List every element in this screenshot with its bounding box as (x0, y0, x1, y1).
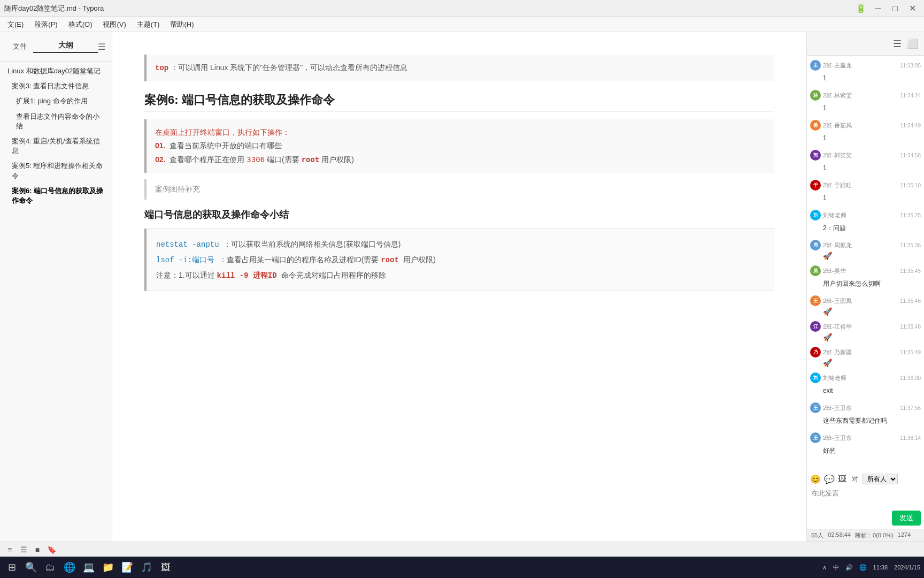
avatar-4: 郭 (810, 150, 821, 161)
taskbar-start[interactable]: ⊞ (2, 558, 21, 577)
status-icons: ≡ ☰ ■ 🔖 (4, 544, 57, 555)
title-bar: 随库day02随堂笔记.md - Typora 🔋 ─ □ ✕ (0, 0, 924, 17)
avatar-2: 林 (810, 90, 821, 101)
image-icon[interactable]: 🖼 (838, 474, 846, 484)
username-5: 2班-于跟旺 (823, 181, 852, 189)
msg-text-12: exit (810, 384, 921, 397)
taskbar-time: 11:38 (872, 564, 890, 571)
taskbar-notify-icon[interactable]: ∧ (821, 564, 828, 571)
send-button[interactable]: 发送 (892, 511, 921, 526)
chat-input[interactable] (810, 486, 921, 507)
chat-toolbar: 😊 💬 🖼 对 所有人 (810, 471, 921, 486)
chat-user-1: 主 2班-主赢龙 11:33:05 (810, 60, 921, 71)
outline-item-1[interactable]: 案例3: 查看日志文件信息 (0, 79, 112, 94)
outline-item-0[interactable]: Linux 和数据库day02随堂笔记 (0, 64, 112, 79)
taskbar-browser[interactable]: 🌐 (60, 558, 79, 577)
username-14: 2班-王卫东 (823, 434, 852, 442)
chat-panel: ☰ ⬜ 主 2班-主赢龙 11:33:05 1 林 2班-林紫雯 11:34:2… (806, 32, 924, 542)
app1-icon: 🎵 (141, 561, 152, 573)
chat-msg-12: 刘 刘铭老师 11:36:00 exit (810, 372, 921, 397)
app2-icon: 🖼 (161, 562, 171, 573)
taskbar-pc[interactable]: 💻 (79, 558, 98, 577)
time-14: 11:38:14 (900, 435, 921, 441)
taskbar-search[interactable]: 🔍 (21, 558, 41, 577)
minimize-button[interactable]: ─ (871, 3, 886, 14)
msg-text-1: 1 (810, 72, 921, 85)
editor-area[interactable]: top ：可以调用 Linux 系统下的"任务管理器"，可以动态查看所有的进程信… (112, 32, 806, 542)
menu-file[interactable]: 文(E) (2, 19, 29, 31)
username-9: 2班-王圆凤 (823, 297, 852, 305)
avatar-13: 王 (810, 402, 821, 413)
top-command-infobox: top ：可以调用 Linux 系统下的"任务管理器"，可以动态查看所有的进程信… (144, 55, 774, 81)
close-button[interactable]: ✕ (905, 3, 920, 14)
outline-item-2[interactable]: 扩展1: ping 命令的作用 (0, 94, 112, 109)
taskbar-app1[interactable]: 🎵 (137, 558, 156, 577)
chat-msg-4: 郭 2班-郭笑笑 11:34:58 1 (810, 150, 921, 174)
taskbar-volume-icon[interactable]: 🔊 (844, 564, 854, 571)
chat-msg-8: 吴 2班-吴华 11:35:45 用户切回来怎么切啊 (810, 265, 921, 290)
netstat-cmd: netstat -anptu (156, 240, 219, 249)
menu-paragraph[interactable]: 段落(P) (29, 19, 63, 31)
outline-item-3[interactable]: 查看日志文件内容命令的小结 (0, 109, 112, 134)
chat-msg-1: 主 2班-主赢龙 11:33:05 1 (810, 60, 921, 85)
chat-settings-icon[interactable]: ⬜ (907, 38, 919, 50)
outline-item-6[interactable]: 案例6: 端口号信息的获取及操作命令 (0, 184, 112, 208)
folder-icon: 📁 (102, 561, 114, 573)
summary-line-3: 注意：1.可以通过 kill -9 进程ID 命令完成对端口占用程序的移除 (156, 268, 764, 283)
taskbar-files[interactable]: 📁 (98, 558, 118, 577)
taskbar-app2[interactable]: 🖼 (156, 558, 175, 577)
menu-view[interactable]: 视图(V) (97, 19, 131, 31)
taskbar-date: 2024/1/15 (892, 564, 922, 571)
outline-item-5[interactable]: 案例5: 程序和进程操作相关命令 (0, 158, 112, 183)
step-2-num: 02. (155, 153, 165, 166)
msg-text-5: 1 (810, 192, 921, 204)
time-2: 11:34:24 (900, 93, 921, 98)
status-icon-2[interactable]: ☰ (18, 544, 29, 555)
status-icon-1[interactable]: ≡ (4, 544, 15, 555)
time-8: 11:35:45 (900, 268, 921, 274)
chat-user-13: 王 2班-王卫东 11:37:56 (810, 402, 921, 413)
main-area: 文件 大纲 ☰ Linux 和数据库day02随堂笔记 案例3: 查看日志文件信… (0, 32, 924, 542)
taskbar-task-view[interactable]: 🗂 (41, 558, 60, 577)
avatar-7: 周 (810, 240, 821, 250)
avatar-10: 江 (810, 321, 821, 332)
menu-format[interactable]: 格式(O) (63, 19, 98, 31)
avatar-1: 主 (810, 60, 821, 71)
chat-user-12: 刘 刘铭老师 11:36:00 (810, 372, 921, 383)
window-controls: 🔋 ─ □ ✕ (853, 3, 920, 14)
taskbar-network-icon[interactable]: 🌐 (858, 564, 868, 571)
chat-msg-10: 江 2班-江裕华 11:35:48 🚀 (810, 321, 921, 341)
summary-line-2: lsof -i:端口号 ：查看占用某一端口的的程序名称及进程ID(需要 root… (156, 252, 764, 268)
step-2-prefix: 查看哪个程序正在使用 3306 端口(需要 (170, 155, 301, 164)
lsof-desc: ：查看占用某一端口的的程序名称及进程ID(需要 (219, 255, 381, 264)
chat-user-9: 王 2班-王圆凤 11:35:46 (810, 295, 921, 306)
sidebar-menu-icon[interactable]: ☰ (98, 42, 105, 52)
chat-user-6: 刘 刘铭老师 11:35:25 (810, 210, 921, 220)
outline-item-4[interactable]: 案例4: 重启/关机/查看系统信息 (0, 134, 112, 158)
msg-text-4: 1 (810, 162, 921, 174)
username-4: 2班-郭笑笑 (823, 151, 852, 159)
kill-cmd: kill -9 进程ID (217, 271, 277, 280)
menu-help[interactable]: 帮助(H) (165, 19, 199, 31)
emoji-icon[interactable]: 😊 (810, 474, 821, 484)
taskbar-notes[interactable]: 📝 (118, 558, 137, 577)
search-icon: 🔍 (25, 561, 37, 573)
maximize-button[interactable]: □ (888, 3, 903, 14)
lsof-kw: root (381, 256, 399, 264)
summary-heading: 端口号信息的获取及操作命令小结 (144, 208, 774, 221)
menu-theme[interactable]: 主题(T) (132, 19, 165, 31)
status-icon-3[interactable]: ■ (32, 544, 43, 555)
status-icon-4[interactable]: 🔖 (46, 544, 57, 555)
menu-bar: 文(E) 段落(P) 格式(O) 视图(V) 主题(T) 帮助(H) (0, 17, 924, 32)
avatar-8: 吴 (810, 265, 821, 276)
chat-msg-9: 王 2班-王圆凤 11:35:46 🚀 (810, 295, 921, 316)
audience-select[interactable]: 所有人 (863, 474, 898, 484)
step-2-suffix: 用户权限) (319, 155, 354, 164)
chat-menu-icon[interactable]: ☰ (893, 38, 902, 50)
chat-msg-7: 周 2班-周振龙 11:35:36 🚀 (810, 240, 921, 260)
sidebar-file-label: 文件 (6, 37, 33, 56)
taskbar-ime[interactable]: 中 (831, 564, 841, 572)
chat-bubble-icon[interactable]: 💬 (824, 474, 835, 484)
time-12: 11:36:00 (900, 375, 921, 381)
step-2-text: 查看哪个程序正在使用 3306 端口(需要 root 用户权限) (170, 153, 353, 166)
